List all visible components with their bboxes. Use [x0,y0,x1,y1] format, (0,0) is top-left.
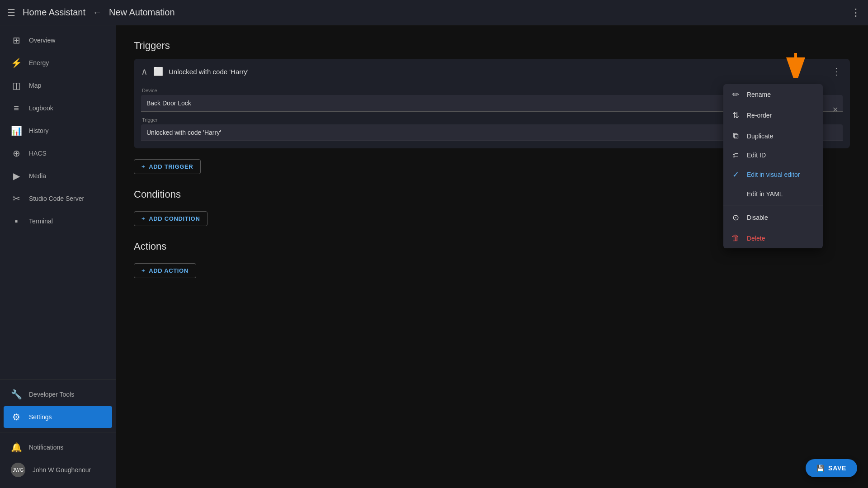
sidebar-label-energy: Energy [29,59,49,66]
settings-icon: ⚙ [11,412,22,422]
trigger-device-icon: ⬜ [153,66,163,76]
topbar: ☰ Home Assistant ← New Automation ⋮ [0,0,868,25]
edit-id-icon: 🏷 [731,152,741,159]
add-condition-plus: + [142,215,145,222]
sidebar-item-logbook[interactable]: ≡ Logbook [4,97,112,119]
add-action-plus: + [142,267,145,274]
dropdown-item-duplicate[interactable]: ⧉ Duplicate [723,126,823,146]
sidebar-label-media: Media [29,172,46,180]
map-icon: ◫ [11,80,22,91]
dropdown-item-disable[interactable]: ⊙ Disable [723,207,823,228]
main-layout: ⊞ Overview ⚡ Energy ◫ Map ≡ Logbook 📊 Hi… [0,25,868,488]
sidebar-divider [0,379,116,379]
sidebar-item-map[interactable]: ◫ Map [4,75,112,96]
menu-icon[interactable]: ☰ [7,7,15,18]
disable-icon: ⊙ [731,213,741,223]
sidebar-label-studio: Studio Code Server [29,195,84,202]
trigger-card-label: Unlocked with code 'Harry' [169,68,825,76]
dropdown-label-reorder: Re-order [747,112,772,119]
trigger-card: ∧ ⬜ Unlocked with code 'Harry' ⋮ Device … [134,59,850,148]
hacs-icon: ⊕ [11,148,22,159]
sidebar: ⊞ Overview ⚡ Energy ◫ Map ≡ Logbook 📊 Hi… [0,25,116,488]
trigger-more-button[interactable]: ⋮ [830,64,843,79]
dropdown-item-edit-yaml[interactable]: Edit in YAML [723,185,823,203]
sidebar-label-developer-tools: Developer Tools [29,391,74,398]
dropdown-item-edit-visual[interactable]: ✓ Edit in visual editor [723,164,823,185]
sidebar-label-overview: Overview [29,37,55,44]
sidebar-item-energy[interactable]: ⚡ Energy [4,52,112,74]
add-condition-label: ADD CONDITION [149,215,200,222]
media-icon: ▶ [11,171,22,181]
sidebar-label-settings: Settings [29,413,52,421]
logbook-icon: ≡ [11,103,22,114]
add-trigger-plus: + [142,163,145,170]
sidebar-label-terminal: Terminal [29,218,53,225]
reorder-icon: ⇅ [731,110,741,120]
dropdown-label-delete: Delete [747,235,765,242]
dropdown-item-edit-id[interactable]: 🏷 Edit ID [723,146,823,164]
sidebar-label-notifications: Notifications [29,444,63,451]
checkmark-icon: ✓ [731,170,741,180]
dropdown-label-duplicate: Duplicate [747,133,773,140]
dropdown-item-reorder[interactable]: ⇅ Re-order [723,105,823,126]
duplicate-icon: ⧉ [731,131,741,141]
sidebar-item-developer-tools[interactable]: 🔧 Developer Tools [4,384,112,405]
sidebar-label-hacs: HACS [29,150,47,157]
sidebar-item-studio-code-server[interactable]: ✂ Studio Code Server [4,188,112,209]
dropdown-item-delete[interactable]: 🗑 Delete [723,228,823,248]
dropdown-divider [723,205,823,205]
sidebar-item-hacs[interactable]: ⊕ HACS [4,142,112,164]
notification-icon: 🔔 [11,442,22,453]
energy-icon: ⚡ [11,57,22,68]
overview-icon: ⊞ [11,35,22,46]
dropdown-label-edit-id: Edit ID [747,152,766,159]
trigger-collapse-button[interactable]: ∧ [141,66,148,77]
delete-icon: 🗑 [731,233,741,243]
back-button[interactable]: ← [93,7,102,18]
dropdown-label-edit-yaml: Edit in YAML [747,190,783,198]
rename-icon: ✏ [731,90,741,99]
terminal-icon: ▪ [11,216,22,227]
sidebar-item-history[interactable]: 📊 History [4,120,112,142]
user-avatar: JWG [11,463,25,477]
dropdown-label-rename: Rename [747,91,771,98]
dropdown-item-rename[interactable]: ✏ Rename [723,84,823,105]
content-area: Triggers ∧ ⬜ Unlocked with code 'Harry' … [116,25,868,488]
sidebar-label-map: Map [29,82,41,89]
sidebar-item-media[interactable]: ▶ Media [4,165,112,187]
add-action-button[interactable]: + ADD ACTION [134,263,196,278]
add-trigger-button[interactable]: + ADD TRIGGER [134,159,201,174]
dropdown-label-edit-visual: Edit in visual editor [747,171,800,178]
topbar-more-button[interactable]: ⋮ [851,7,861,19]
dropdown-label-disable: Disable [747,214,768,221]
sidebar-label-logbook: Logbook [29,104,53,112]
sidebar-item-terminal[interactable]: ▪ Terminal [4,210,112,232]
page-title: New Automation [109,7,175,18]
sidebar-item-notifications[interactable]: 🔔 Notifications [4,436,112,458]
save-label: SAVE [828,464,846,472]
sidebar-item-settings[interactable]: ⚙ Settings [4,406,112,428]
context-dropdown-menu: ✏ Rename ⇅ Re-order ⧉ Duplicate 🏷 Edit I… [723,84,823,248]
add-trigger-label: ADD TRIGGER [149,163,193,170]
sidebar-label-user: John W Goughenour [33,466,91,474]
history-icon: 📊 [11,125,22,136]
studio-code-icon: ✂ [11,193,22,204]
add-action-label: ADD ACTION [149,267,189,274]
developer-tools-icon: 🔧 [11,389,22,400]
sidebar-item-user[interactable]: JWG John W Goughenour [4,459,112,481]
sidebar-divider-2 [0,432,116,432]
save-button[interactable]: 💾 SAVE [806,459,857,477]
triggers-section: Triggers ∧ ⬜ Unlocked with code 'Harry' … [134,40,850,174]
sidebar-label-history: History [29,127,49,134]
add-condition-button[interactable]: + ADD CONDITION [134,211,208,226]
trigger-card-header: ∧ ⬜ Unlocked with code 'Harry' ⋮ [134,59,850,84]
sidebar-item-overview[interactable]: ⊞ Overview [4,29,112,51]
save-icon: 💾 [816,464,825,472]
triggers-title: Triggers [134,40,850,52]
device-clear-button[interactable]: ✕ [832,105,838,114]
app-title: Home Assistant [23,7,85,18]
